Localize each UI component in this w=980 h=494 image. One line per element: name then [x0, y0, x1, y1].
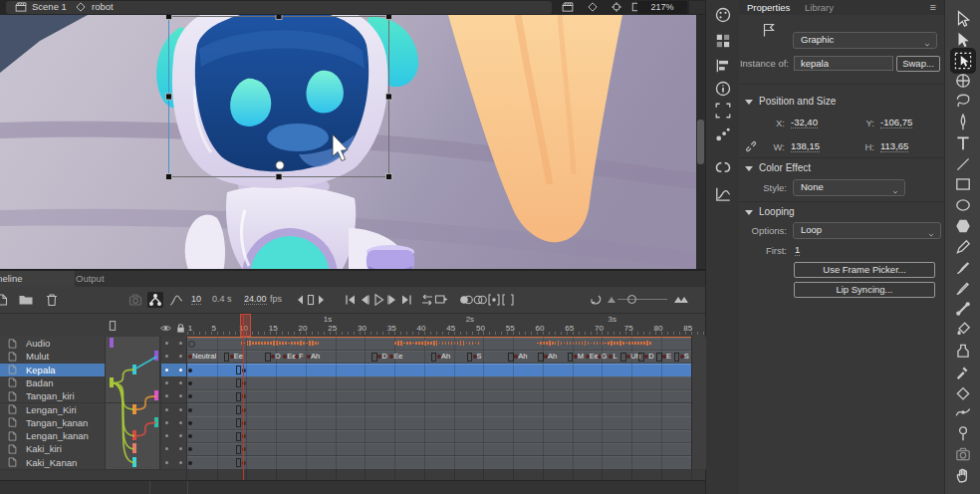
- tab-timeline[interactable]: Timeline: [0, 271, 75, 287]
- advanced-layers-graph-icon[interactable]: [168, 292, 184, 308]
- eraser-tool[interactable]: [954, 382, 972, 400]
- keyframe-dot[interactable]: [242, 434, 246, 438]
- eyedropper-tool[interactable]: [954, 363, 972, 380]
- section-color-effect[interactable]: Color Effect: [745, 162, 811, 173]
- swatches-panel-icon[interactable]: [714, 32, 732, 50]
- panel-menu-icon[interactable]: ≡: [930, 1, 936, 13]
- color-panel-icon[interactable]: [714, 6, 732, 24]
- frame-size-slider-knob[interactable]: [627, 295, 636, 304]
- asset-warp-tool[interactable]: [954, 424, 972, 442]
- show-hide-all-eye-icon[interactable]: [159, 322, 172, 335]
- keyframe-dot[interactable]: [242, 381, 246, 385]
- frame-row-Badan[interactable]: [187, 376, 705, 390]
- clapperboard-icon[interactable]: [14, 1, 28, 13]
- frame-row-Mulut[interactable]: NeutralEeDEeFAhDEeAhSAhAhMEeGLUhDES: [187, 350, 705, 364]
- breadcrumb-symbol[interactable]: robot: [92, 1, 114, 12]
- keyframe-dot[interactable]: [242, 421, 246, 425]
- new-folder-icon[interactable]: [18, 292, 34, 308]
- ink-bottle-tool[interactable]: [954, 342, 972, 360]
- info-panel-icon[interactable]: [714, 80, 732, 98]
- selection-tool[interactable]: [954, 10, 972, 28]
- tab-properties[interactable]: Properties: [747, 2, 790, 13]
- frame-span[interactable]: [187, 364, 691, 377]
- lasso-tool[interactable]: [954, 93, 972, 111]
- frame-span[interactable]: [187, 390, 691, 404]
- frame-row-Audio[interactable]: [187, 337, 705, 351]
- text-tool[interactable]: [954, 134, 972, 152]
- section-looping[interactable]: Looping: [745, 206, 795, 217]
- next-frame-icon[interactable]: [314, 292, 330, 308]
- edit-scene-icon[interactable]: [561, 1, 575, 13]
- frame-span[interactable]: [187, 376, 691, 390]
- style-dropdown[interactable]: None: [793, 179, 905, 196]
- frame-row-Tangan_kiri[interactable]: [187, 389, 705, 403]
- behavior-dropdown[interactable]: Graphic: [793, 32, 937, 49]
- tab-output[interactable]: Output: [76, 271, 125, 287]
- frame-rate-value[interactable]: 24.00: [244, 294, 267, 305]
- use-frame-picker-button[interactable]: Use Frame Picker...: [794, 262, 935, 278]
- w-value[interactable]: 138,15: [791, 140, 820, 152]
- brush-library-icon[interactable]: [714, 125, 732, 143]
- stage-vertical-scrollbar[interactable]: [696, 15, 705, 269]
- keyframe-dot[interactable]: [242, 394, 246, 398]
- transformation-point[interactable]: [276, 161, 284, 169]
- y-value[interactable]: -106,75: [880, 117, 912, 128]
- stage-zoom-value[interactable]: 217%: [637, 1, 687, 14]
- frame-span[interactable]: [187, 443, 691, 457]
- free-transform-tool[interactable]: [954, 52, 972, 70]
- loop-options-dropdown[interactable]: Loop: [793, 222, 941, 239]
- frame-span[interactable]: [187, 403, 691, 417]
- section-position-size[interactable]: Position and Size: [745, 96, 836, 107]
- breadcrumb-scene[interactable]: Scene 1: [32, 1, 67, 12]
- playhead-handle[interactable]: [240, 314, 251, 337]
- line-tool[interactable]: [954, 155, 972, 173]
- new-layer-icon[interactable]: [0, 292, 10, 308]
- empty-keyframe-circle[interactable]: [188, 341, 195, 348]
- show-parenting-icon[interactable]: [147, 292, 163, 308]
- modify-markers-icon[interactable]: [500, 292, 516, 308]
- align-panel-icon[interactable]: [714, 57, 732, 75]
- x-value[interactable]: -32,40: [791, 117, 818, 128]
- lip-syncing-button[interactable]: Lip Syncing...: [794, 282, 935, 298]
- keyframe-dot[interactable]: [188, 381, 192, 385]
- stage-canvas[interactable]: [0, 15, 705, 269]
- paint-brush-tool[interactable]: [954, 259, 972, 277]
- go-last-frame-icon[interactable]: [398, 292, 414, 308]
- link-width-height-icon[interactable]: [744, 139, 760, 155]
- h-value[interactable]: 113,65: [880, 140, 908, 152]
- width-tool[interactable]: [954, 403, 972, 421]
- frame-row-Kepala[interactable]: [187, 364, 705, 377]
- zoom-dropdown-chevron[interactable]: [689, 1, 705, 14]
- frame-span[interactable]: [187, 416, 691, 430]
- keyframe-dot[interactable]: [242, 369, 246, 372]
- frame-row-Tangan_kanan[interactable]: [187, 416, 705, 430]
- frame-row-Lengan_kanan[interactable]: [187, 429, 705, 443]
- pen-tool[interactable]: [954, 114, 972, 131]
- frame-span[interactable]: [187, 456, 691, 470]
- subselection-tool[interactable]: [954, 31, 972, 49]
- first-frame-value[interactable]: 1: [795, 244, 800, 256]
- zoom-in-frames-icon[interactable]: [673, 292, 689, 308]
- bone-tool[interactable]: [954, 300, 972, 318]
- frame-row-Kaki_kiri[interactable]: [187, 442, 705, 456]
- zoom-out-frames-icon[interactable]: [604, 292, 619, 308]
- frame-row-Kaki_Kanan[interactable]: [187, 456, 705, 470]
- frame-size-slider-track[interactable]: [617, 299, 667, 300]
- current-frame-value[interactable]: 10: [191, 294, 201, 305]
- swap-button[interactable]: Swap...: [896, 56, 940, 72]
- loop-range-icon[interactable]: [433, 292, 449, 308]
- polystar-tool[interactable]: [954, 217, 972, 235]
- center-stage-icon[interactable]: [610, 1, 623, 13]
- instance-name-field[interactable]: kepala: [794, 56, 893, 71]
- pencil-tool[interactable]: [954, 238, 972, 256]
- keyframe-dot[interactable]: [188, 369, 192, 372]
- edit-symbols-icon[interactable]: [586, 1, 600, 13]
- paint-bucket-tool[interactable]: [954, 321, 972, 339]
- rectangle-tool[interactable]: [954, 175, 972, 193]
- classic-brush-tool[interactable]: [954, 279, 972, 297]
- delete-layer-icon[interactable]: [44, 292, 60, 308]
- frame-ruler[interactable]: 1s2s3s1510152025303540455055606570758085: [0, 314, 705, 338]
- frame-row-Lengan_Kiri[interactable]: [187, 403, 705, 417]
- add-camera-icon[interactable]: [127, 292, 143, 308]
- keyframe-dot[interactable]: [188, 408, 192, 412]
